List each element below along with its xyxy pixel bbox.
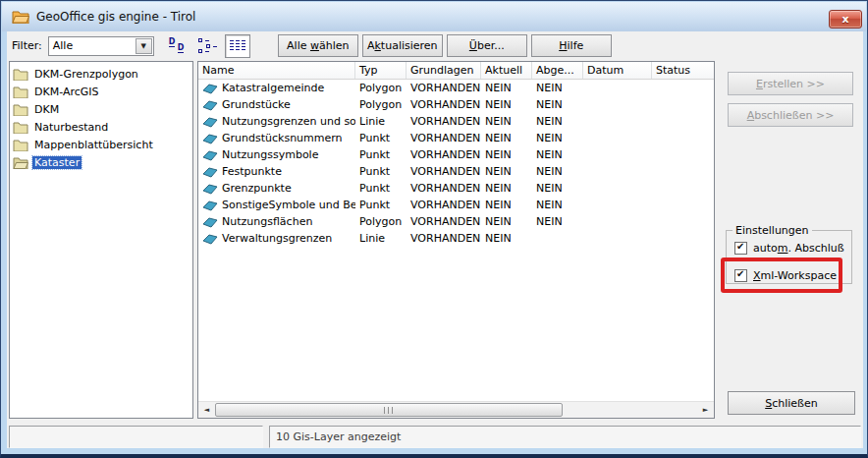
- scrollbar-track[interactable]: [215, 402, 697, 418]
- right-action-panel: Erstellen >> Abschließen >> Einstellunge…: [719, 61, 863, 419]
- small-icons-view-icon[interactable]: [197, 37, 217, 55]
- alle-waehlen-button[interactable]: Alle wählen: [278, 34, 358, 57]
- autom-abschluss-checkbox[interactable]: [734, 242, 747, 255]
- column-header-typ[interactable]: Typ: [355, 62, 407, 79]
- scrollbar-thumb[interactable]: [215, 403, 563, 417]
- autom-abschluss-label: autom. Abschluß: [753, 242, 844, 255]
- schliessen-button[interactable]: Schließen: [728, 391, 855, 415]
- layer-icon: [202, 82, 218, 95]
- ueber-label: Über...: [469, 39, 505, 52]
- table-row[interactable]: Festpunkte PunktVORHANDENNEINNEIN: [198, 163, 714, 180]
- layer-icon: [202, 165, 218, 179]
- tree-item-mappenblattuebersicht[interactable]: Mappenblattübersicht: [10, 136, 192, 153]
- status-bar: 10 Gis-Layer angezeigt: [9, 426, 861, 448]
- layer-icon: [202, 215, 218, 229]
- status-message: 10 Gis-Layer angezeigt: [269, 426, 861, 448]
- column-header-name[interactable]: Name: [198, 62, 355, 79]
- tree-item-label: DKM: [32, 103, 61, 116]
- tree-item-dkm-arcgis[interactable]: DKM-ArcGIS: [10, 83, 192, 100]
- close-button[interactable]: x: [829, 10, 862, 29]
- table-header-row: Name Typ Grundlagen Aktuell Abge... Datu…: [198, 62, 714, 80]
- table-row[interactable]: Katastralgemeinde PolygonVORHANDENNEINNE…: [198, 80, 714, 96]
- layer-icon: [202, 98, 218, 112]
- table-row[interactable]: SonstigeSymbole und Bes... PunktVORHANDE…: [198, 197, 714, 213]
- tree-item-kataster[interactable]: Kataster: [10, 153, 192, 171]
- dialog-body: Filter: Alle ▼ DD Alle wählen Aktualisie…: [7, 31, 863, 448]
- scrollbar-grip-icon: [384, 407, 393, 414]
- gis-layer-table: Name Typ Grundlagen Aktuell Abge... Datu…: [197, 61, 715, 419]
- filter-combobox[interactable]: Alle ▼: [48, 36, 154, 56]
- tree-item-dkm-grenzpolygon[interactable]: DKM-Grenzpolygon: [10, 65, 192, 83]
- erstellen-label: Erstellen >>: [756, 78, 825, 90]
- table-row[interactable]: Grenzpunkte PunktVORHANDENNEINNEIN: [198, 180, 714, 197]
- geooffice-dialog-window: GeoOffice gis engine - Tirol x Filter: A…: [0, 0, 868, 458]
- erstellen-button[interactable]: Erstellen >>: [728, 72, 853, 95]
- tree-item-dkm[interactable]: DKM: [10, 100, 192, 118]
- chevron-down-icon[interactable]: ▼: [136, 38, 152, 54]
- horizontal-scrollbar[interactable]: ◄ ►: [198, 401, 714, 418]
- alle-waehlen-label: Alle wählen: [287, 39, 349, 52]
- column-header-datum[interactable]: Datum: [583, 62, 652, 79]
- close-icon: x: [841, 13, 848, 26]
- column-header-abge[interactable]: Abge...: [532, 62, 583, 79]
- folder-icon: [13, 121, 28, 134]
- einstellungen-label: Einstellungen: [732, 224, 812, 237]
- status-left-panel: [9, 426, 263, 448]
- window-title: GeoOffice gis engine - Tirol: [36, 10, 195, 24]
- xml-workspace-checkbox[interactable]: [734, 269, 747, 282]
- tree-item-label: Mappenblattübersicht: [32, 139, 155, 151]
- layer-group-tree: DKM-Grenzpolygon DKM-ArcGIS DKM Naturbes…: [9, 61, 193, 419]
- tree-item-label: DKM-ArcGIS: [32, 86, 101, 98]
- xml-workspace-label: Xml-Workspace: [753, 269, 837, 282]
- tree-item-naturbestand[interactable]: Naturbestand: [10, 118, 192, 136]
- column-header-aktuell[interactable]: Aktuell: [481, 62, 532, 79]
- aktualisieren-label: Aktualisieren: [367, 39, 438, 52]
- table-row[interactable]: Verwaltungsgrenzen LinieVORHANDENNEIN: [198, 230, 714, 247]
- column-header-grundlagen[interactable]: Grundlagen: [407, 62, 481, 79]
- details-grid-icon: [230, 40, 245, 52]
- autom-abschluss-checkbox-row[interactable]: autom. Abschluß: [734, 241, 844, 255]
- app-folder-icon: [12, 10, 29, 24]
- layer-icon: [202, 115, 218, 129]
- details-view-button[interactable]: [225, 34, 250, 58]
- scroll-left-icon[interactable]: ◄: [198, 402, 215, 418]
- title-bar[interactable]: GeoOffice gis engine - Tirol x: [2, 2, 866, 31]
- abschliessen-button[interactable]: Abschließen >>: [728, 103, 853, 127]
- schliessen-label: Schließen: [765, 397, 818, 410]
- toolbar: Filter: Alle ▼ DD Alle wählen Aktualisie…: [7, 31, 863, 60]
- table-row[interactable]: Nutzungsflächen PolygonVORHANDENNEINNEIN: [198, 213, 714, 230]
- layer-icon: [202, 148, 218, 162]
- abschliessen-label: Abschließen >>: [747, 109, 835, 122]
- filter-value: Alle: [49, 39, 136, 52]
- table-row[interactable]: Grundstücksnummern PunktVORHANDENNEINNEI…: [198, 130, 714, 146]
- hilfe-button[interactable]: Hilfe: [531, 34, 612, 57]
- aktualisieren-button[interactable]: Aktualisieren: [362, 34, 443, 57]
- table-row[interactable]: Grundstücke PolygonVORHANDENNEINNEIN: [198, 96, 714, 113]
- folder-icon: [13, 139, 28, 151]
- column-header-status[interactable]: Status: [652, 62, 714, 79]
- table-empty-area: [198, 247, 714, 401]
- folder-icon: [13, 86, 28, 98]
- scroll-right-icon[interactable]: ►: [697, 402, 714, 418]
- table-row[interactable]: Nutzungsgrenzen und son... LinieVORHANDE…: [198, 113, 714, 130]
- folder-icon: [13, 68, 28, 81]
- hilfe-label: Hilfe: [559, 39, 583, 52]
- table-row[interactable]: Nutzungssymbole PunktVORHANDENNEINNEIN: [198, 146, 714, 163]
- tree-item-label: DKM-Grenzpolygon: [32, 68, 140, 81]
- text-labels-icon[interactable]: DD: [168, 37, 188, 55]
- ueber-button[interactable]: Über...: [447, 34, 527, 57]
- tree-item-label: Naturbestand: [32, 121, 110, 134]
- layer-icon: [202, 182, 218, 196]
- layer-icon: [202, 199, 218, 212]
- folder-icon: [13, 103, 28, 116]
- layer-icon: [202, 232, 218, 246]
- filter-label: Filter:: [12, 39, 42, 52]
- layer-icon: [202, 132, 218, 145]
- open-folder-icon: [13, 156, 28, 169]
- tree-item-label: Kataster: [32, 156, 81, 169]
- xml-workspace-checkbox-row[interactable]: Xml-Workspace: [734, 268, 837, 282]
